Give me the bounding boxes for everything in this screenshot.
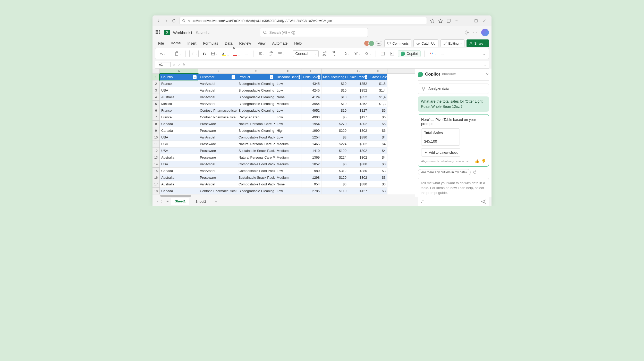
table-cell[interactable]: 2785 xyxy=(301,188,321,194)
document-title[interactable]: Workbook1 · Saved ⌵ xyxy=(173,30,210,35)
table-cell[interactable]: VanArsdel xyxy=(198,94,237,101)
catchup-button[interactable]: Catch Up xyxy=(413,39,438,47)
table-cell[interactable]: Medium xyxy=(275,141,301,147)
table-cell[interactable]: $302 xyxy=(348,154,369,161)
merge-button[interactable]: ⌵ xyxy=(277,50,285,57)
prev-sheet-button[interactable]: 〈 xyxy=(155,199,159,204)
table-cell[interactable]: $302 xyxy=(348,127,369,134)
table-cell[interactable]: France xyxy=(160,114,198,121)
table-cell[interactable]: Compostable Food Packaging xyxy=(237,181,275,188)
table-cell[interactable]: Compostable Food Packaging xyxy=(237,161,275,168)
table-cell[interactable]: Canada xyxy=(160,168,198,174)
sheet-tab-2[interactable]: Sheet2 xyxy=(192,198,210,205)
table-cell[interactable]: Biodegradable Cleaning Products xyxy=(237,101,275,107)
table-cell[interactable]: $380 xyxy=(348,161,369,168)
table-cell[interactable]: $312 xyxy=(321,168,348,174)
table-cell[interactable]: USA xyxy=(160,134,198,141)
table-cell[interactable]: None xyxy=(275,94,301,101)
table-header-cell[interactable]: Sale Price⌵ xyxy=(348,74,369,80)
row-header[interactable]: 7 xyxy=(152,114,160,121)
tab-file[interactable]: File xyxy=(155,40,167,47)
add-sheet-button[interactable]: ＋ xyxy=(212,198,220,205)
table-cell[interactable]: Proseware xyxy=(198,127,237,134)
table-cell[interactable]: Medium xyxy=(275,161,301,168)
row-header[interactable]: 15 xyxy=(152,168,160,174)
table-cell[interactable]: Sustainable Snack Packaging xyxy=(237,147,275,154)
table-cell[interactable]: 4903 xyxy=(301,114,321,121)
table-cell[interactable]: VanArsdel xyxy=(198,168,237,174)
horizontal-scrollbar[interactable] xyxy=(152,194,415,197)
send-button[interactable] xyxy=(481,199,486,204)
tab-home[interactable]: Home xyxy=(168,39,184,47)
analyze-data-button[interactable] xyxy=(389,50,395,57)
table-cell[interactable]: $127 xyxy=(348,107,369,114)
table-cell[interactable]: $3 xyxy=(369,168,387,174)
table-cell[interactable]: VanArsdel xyxy=(198,87,237,94)
table-cell[interactable]: Medium xyxy=(275,154,301,161)
table-cell[interactable]: $380 xyxy=(348,168,369,174)
close-window-button[interactable] xyxy=(481,17,488,24)
formula-input[interactable] xyxy=(187,62,482,68)
sheet-tab-1[interactable]: Sheet1 xyxy=(171,198,189,205)
table-cell[interactable]: Biodegradable Cleaning Products xyxy=(237,107,275,114)
star-icon[interactable] xyxy=(430,19,435,23)
table-cell[interactable]: Mexico xyxy=(160,101,198,107)
table-cell[interactable]: VanArsdel xyxy=(198,80,237,87)
row-header[interactable]: 5 xyxy=(152,101,160,107)
table-cell[interactable]: Low xyxy=(275,107,301,114)
table-cell[interactable]: $380 xyxy=(348,134,369,141)
add-to-sheet-button[interactable]: ＋ Add to a new sheet xyxy=(421,148,460,157)
maximize-button[interactable] xyxy=(472,17,480,24)
table-cell[interactable]: Biodegradable Cleaning Products xyxy=(237,87,275,94)
table-cell[interactable]: Medium xyxy=(275,101,301,107)
table-cell[interactable]: Australia xyxy=(160,181,198,188)
table-cell[interactable]: $1,5 xyxy=(369,80,387,87)
table-cell[interactable]: 1954 xyxy=(301,121,321,127)
copilot-button[interactable]: Copilot xyxy=(398,50,421,57)
select-all-corner[interactable] xyxy=(152,69,160,73)
refresh-suggestions-button[interactable] xyxy=(473,170,477,174)
table-cell[interactable]: $270 xyxy=(321,121,348,127)
column-header[interactable]: D xyxy=(275,69,301,73)
name-box[interactable] xyxy=(158,62,171,67)
address-bar[interactable]: https://onedrive.live.com/:w:/t/EaCKkPs6… xyxy=(179,17,427,25)
row-header[interactable]: 17 xyxy=(152,181,160,188)
font-size-selector[interactable]: 11 ⌵ xyxy=(189,50,199,57)
refresh-button[interactable] xyxy=(172,19,176,23)
table-cell[interactable]: $1,4 xyxy=(369,87,387,94)
row-header[interactable]: 14 xyxy=(152,161,160,168)
table-cell[interactable]: Low xyxy=(275,80,301,87)
row-header[interactable]: 12 xyxy=(152,147,160,154)
filter-dropdown-icon[interactable]: ⌵ xyxy=(270,75,273,79)
table-cell[interactable]: $6 xyxy=(369,107,387,114)
user-avatar[interactable] xyxy=(481,29,489,36)
suggestion-chip[interactable]: Are there any outliers in my data? xyxy=(418,169,471,175)
table-cell[interactable]: 1254 xyxy=(301,134,321,141)
find-button[interactable]: ⌵ xyxy=(364,50,372,57)
table-cell[interactable]: $352 xyxy=(348,101,369,107)
table-cell[interactable]: 1298 xyxy=(301,174,321,181)
editing-mode-button[interactable]: Editing ⌵ xyxy=(440,39,465,47)
undo-button[interactable]: ⌵ xyxy=(158,50,166,57)
fill-color-button[interactable]: ⌵ xyxy=(221,50,230,57)
table-cell[interactable]: $302 xyxy=(348,147,369,154)
prompt-guide-button[interactable] xyxy=(421,199,425,204)
table-cell[interactable]: $4 xyxy=(369,154,387,161)
spreadsheet-grid[interactable]: A B C D E F G H 123456789101112131415161… xyxy=(152,69,415,197)
increase-decimal-button[interactable]: .00→0 xyxy=(330,50,336,57)
column-header[interactable]: A xyxy=(160,69,198,73)
table-cell[interactable]: High xyxy=(275,127,301,134)
tab-help[interactable]: Help xyxy=(291,40,305,47)
table-cell[interactable]: 1465 xyxy=(301,141,321,147)
collections-icon[interactable] xyxy=(446,19,451,23)
table-cell[interactable]: $352 xyxy=(348,94,369,101)
table-cell[interactable]: Proseware xyxy=(198,141,237,147)
table-cell[interactable]: Contoso Pharmaceuticals xyxy=(198,114,237,121)
filter-dropdown-icon[interactable]: ⌵ xyxy=(232,75,235,79)
table-cell[interactable]: Australia xyxy=(160,154,198,161)
thumbs-down-button[interactable]: 👎 xyxy=(481,159,486,163)
table-cell[interactable]: 4952 xyxy=(301,107,321,114)
row-header[interactable]: 3 xyxy=(152,87,160,94)
close-pane-button[interactable]: ✕ xyxy=(486,72,489,76)
conditional-format-button[interactable] xyxy=(379,50,386,57)
